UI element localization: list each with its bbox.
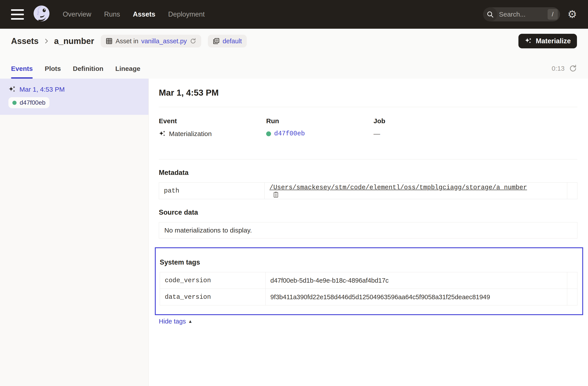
event-timestamp-link[interactable]: Mar 1, 4:53 PM: [20, 86, 65, 93]
materialize-label: Materialize: [536, 37, 571, 45]
metadata-heading: Metadata: [159, 169, 577, 177]
run-column-header: Run: [266, 117, 374, 125]
system-tags-highlight-box: System tags code_version d47f00eb-5d1b-4…: [155, 247, 583, 315]
hide-tags-label: Hide tags: [159, 318, 186, 325]
menu-icon[interactable]: [11, 9, 24, 20]
asset-definition-badge[interactable]: Asset in vanilla_asset.py: [101, 35, 201, 47]
nav-item-overview[interactable]: Overview: [63, 10, 91, 18]
system-tag-value: 9f3b411a390fd22e158d446d5d12504963596aa6…: [266, 289, 567, 305]
search-box[interactable]: /: [483, 7, 560, 21]
job-column: Job —: [374, 117, 577, 138]
source-data-empty-message: No materializations to display.: [159, 222, 577, 239]
nav-item-assets[interactable]: Assets: [133, 10, 155, 18]
event-column: Event Materialization: [159, 117, 266, 138]
materialization-sparkle-icon: [159, 130, 166, 137]
system-tags-table: code_version d47f00eb-5d1b-4e9e-b18c-489…: [160, 272, 577, 305]
source-data-heading: Source data: [159, 208, 577, 216]
materialize-button[interactable]: Materialize: [518, 34, 577, 48]
nav-item-runs[interactable]: Runs: [104, 10, 120, 18]
table-row: code_version d47f00eb-5d1b-4e9e-b18c-489…: [160, 272, 577, 289]
empty-message-text: No materializations to display.: [164, 226, 252, 234]
caret-up-icon: ▲: [188, 319, 193, 324]
run-id-link[interactable]: d47f00eb: [274, 130, 305, 137]
app-window: Overview Runs Assets Deployment / ⚙ Asse…: [0, 0, 588, 386]
event-column-header: Event: [159, 117, 266, 125]
primary-nav: Overview Runs Assets Deployment: [63, 10, 205, 18]
system-tag-key: data_version: [160, 289, 266, 305]
events-sidebar: Mar 1, 4:53 PM d47f00eb: [0, 79, 149, 386]
run-status-dot: [266, 131, 271, 136]
event-type-value: Materialization: [169, 130, 212, 138]
divider: [159, 159, 577, 160]
metadata-table: path /Users/smackesey/stm/code/elementl/…: [159, 183, 577, 199]
top-nav: Overview Runs Assets Deployment / ⚙: [0, 0, 588, 29]
tab-plots[interactable]: Plots: [45, 65, 61, 79]
asset-name-title: a_number: [54, 37, 94, 46]
sparkles-icon: [525, 37, 532, 45]
table-row: path /Users/smackesey/stm/code/elementl/…: [159, 183, 577, 199]
asset-tabs-row: Events Plots Definition Lineage 0:13: [0, 53, 588, 79]
event-detail-panel: Mar 1, 4:53 PM Event Materialization Run…: [149, 79, 588, 386]
clipboard-copy-icon[interactable]: [273, 191, 279, 198]
gear-icon[interactable]: ⚙: [567, 9, 577, 20]
breadcrumb-assets-link[interactable]: Assets: [11, 37, 39, 46]
search-input[interactable]: [497, 11, 547, 18]
nav-item-deployment[interactable]: Deployment: [168, 10, 205, 18]
materialization-sparkle-icon: [8, 86, 16, 93]
system-tags-heading: System tags: [160, 258, 577, 266]
event-run-badge[interactable]: d47f00eb: [8, 97, 49, 108]
group-copy-icon: [213, 38, 220, 45]
page-header: Assets a_number Asset in vanilla_asset.p…: [0, 29, 588, 53]
system-tag-key: code_version: [160, 272, 266, 289]
dagster-logo[interactable]: [32, 5, 51, 24]
metadata-path-link[interactable]: /Users/smackesey/stm/code/elementl/oss/t…: [270, 184, 527, 191]
run-column: Run d47f00eb: [266, 117, 374, 138]
metadata-key: path: [159, 183, 265, 199]
tab-lineage[interactable]: Lineage: [115, 65, 140, 79]
job-empty-value: —: [374, 130, 380, 138]
reload-icon[interactable]: [190, 38, 196, 44]
asset-in-label: Asset in: [116, 38, 138, 45]
search-icon: [483, 7, 497, 21]
event-detail-title: Mar 1, 4:53 PM: [159, 88, 577, 98]
divider: [159, 107, 577, 107]
system-tag-value: d47f00eb-5d1b-4e9e-b18c-4896af4bd17c: [266, 272, 567, 289]
asset-file-link[interactable]: vanilla_asset.py: [141, 38, 187, 45]
content-area: Mar 1, 4:53 PM d47f00eb Mar 1, 4:53 PM E…: [0, 79, 588, 386]
group-default-link[interactable]: default: [223, 38, 242, 45]
hide-tags-link[interactable]: Hide tags ▲: [159, 318, 192, 325]
asset-tabs: Events Plots Definition Lineage: [11, 65, 140, 79]
event-list-item-selected[interactable]: Mar 1, 4:53 PM d47f00eb: [0, 79, 148, 115]
refresh-countdown: 0:13: [552, 65, 565, 72]
refresh-icon[interactable]: [569, 64, 577, 72]
job-column-header: Job: [374, 117, 577, 125]
asset-group-badge[interactable]: default: [208, 35, 247, 47]
table-row: data_version 9f3b411a390fd22e158d446d5d1…: [160, 289, 577, 305]
chevron-right-icon: [43, 38, 50, 44]
event-run-id: d47f00eb: [20, 99, 45, 106]
search-shortcut-badge: /: [547, 9, 558, 20]
asset-grid-icon: [105, 38, 113, 45]
tab-events[interactable]: Events: [11, 65, 33, 79]
run-status-dot: [12, 101, 17, 105]
tab-definition[interactable]: Definition: [73, 65, 103, 79]
